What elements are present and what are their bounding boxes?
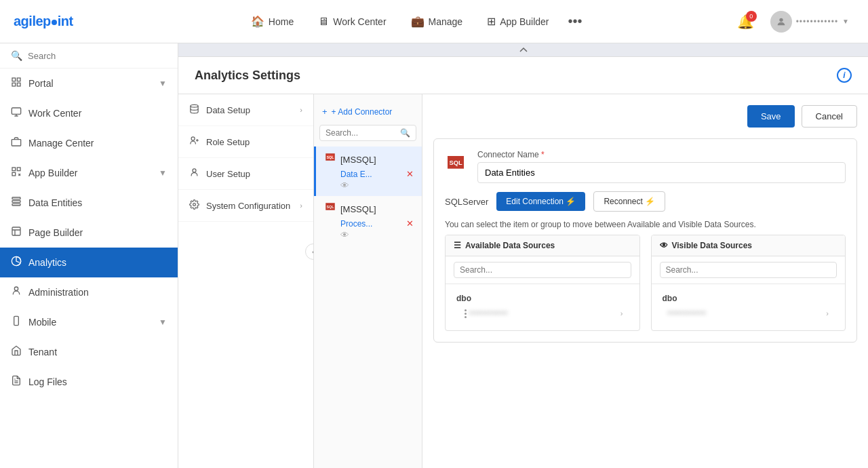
cancel-button[interactable]: Cancel: [802, 105, 857, 128]
available-ds-search-container: [446, 256, 639, 284]
sidebar: 🔍 Portal ▼ Work Center Manage Center: [0, 43, 178, 468]
available-ds-header: ☰ Available Data Sources: [446, 235, 639, 256]
log-files-icon: [11, 375, 22, 389]
home-icon: 🏠: [251, 15, 264, 28]
svg-point-21: [191, 137, 195, 140]
setup-panel: Data Setup › Role Setup User Setup: [178, 94, 314, 468]
visible-ds-search-input[interactable]: [660, 262, 837, 278]
nav-home[interactable]: 🏠 Home: [240, 9, 304, 33]
sidebar-item-data-entities[interactable]: Data Entities: [0, 188, 178, 218]
mobile-chevron-icon: ▼: [159, 317, 167, 327]
mssql-icon-2: SQL: [324, 201, 336, 217]
svg-rect-6: [12, 140, 20, 146]
data-sources-row: ☰ Available Data Sources dbo: [445, 235, 846, 331]
sidebar-item-portal[interactable]: Portal ▼: [0, 69, 178, 98]
user-name-label: ••••••••••••: [796, 17, 838, 26]
search-icon: 🔍: [11, 50, 22, 61]
svg-rect-3: [12, 83, 16, 86]
panel-collapse-button[interactable]: ‹: [305, 243, 314, 260]
svg-rect-1: [12, 78, 16, 81]
info-text: You can select the item or group to move…: [445, 220, 846, 229]
sidebar-item-log-files[interactable]: Log Files: [0, 367, 178, 397]
edit-connection-label: Edit Connection ⚡: [506, 197, 576, 206]
nav-manage[interactable]: 💼 Manage: [400, 9, 474, 33]
connector-delete-1[interactable]: ✕: [406, 169, 414, 179]
edit-connection-button[interactable]: Edit Connection ⚡: [496, 192, 585, 211]
info-button[interactable]: i: [837, 68, 852, 83]
portal-icon: [11, 77, 22, 90]
visible-ds-header: 👁 Visible Data Sources: [652, 235, 846, 256]
add-connector-label: + Add Connector: [332, 107, 393, 117]
nav-work-center[interactable]: 🖥 Work Center: [307, 10, 397, 33]
available-data-sources-panel: ☰ Available Data Sources dbo: [445, 235, 640, 331]
svg-rect-11: [12, 201, 20, 203]
sidebar-item-administration[interactable]: Administration: [0, 277, 178, 307]
sidebar-item-tenant[interactable]: Tenant: [0, 337, 178, 367]
svg-point-23: [193, 203, 196, 206]
connector-delete-2[interactable]: ✕: [406, 218, 414, 229]
visible-ds-group: dbo ••••••••••• ›: [657, 290, 840, 325]
sidebar-administration-label: Administration: [28, 287, 89, 298]
nav-app-builder[interactable]: ⊞ App Builder: [476, 9, 559, 33]
connector-search-icon: 🔍: [400, 128, 410, 138]
connector-eye-1[interactable]: 👁: [340, 180, 414, 191]
nav-more-button[interactable]: •••: [563, 11, 588, 32]
sidebar-item-app-builder[interactable]: App Builder ▼: [0, 158, 178, 188]
sidebar-item-page-builder[interactable]: Page Builder: [0, 218, 178, 248]
svg-rect-9: [12, 172, 16, 176]
add-connector-button[interactable]: + + Add Connector: [314, 101, 422, 122]
connector-name-input[interactable]: [477, 162, 846, 183]
connector-form-box: SQL Connector Name * SQLServer: [433, 138, 857, 343]
sidebar-item-manage-center[interactable]: Manage Center: [0, 128, 178, 158]
connector-sub-2: Proces...: [340, 219, 372, 229]
nav-home-label: Home: [269, 16, 294, 27]
menu-icon: ☰: [454, 241, 461, 250]
collapse-bar[interactable]: [178, 43, 868, 57]
manage-center-icon: [11, 136, 22, 150]
sidebar-item-analytics[interactable]: Analytics: [0, 248, 178, 277]
sidebar-item-work-center[interactable]: Work Center: [0, 98, 178, 128]
svg-text:SQL: SQL: [327, 155, 335, 159]
available-ds-search-input[interactable]: [454, 262, 631, 278]
reconnect-label: Reconnect ⚡: [604, 197, 655, 206]
svg-rect-10: [12, 197, 20, 199]
svg-text:SQL: SQL: [449, 159, 462, 166]
connector-type-1: [MSSQL]: [340, 155, 376, 165]
sidebar-search-input[interactable]: [28, 51, 167, 61]
visible-item-text: •••••••••••: [668, 309, 707, 318]
setup-system-config-label: System Configuration: [206, 201, 290, 211]
bell-button[interactable]: 🔔 0: [734, 11, 757, 33]
drag-dots-icon: [465, 309, 467, 318]
db-type-label: SQLServer: [445, 197, 488, 207]
user-setup-icon: [189, 168, 199, 180]
visible-ds-item[interactable]: ••••••••••• ›: [663, 306, 835, 321]
sidebar-item-mobile[interactable]: Mobile ▼: [0, 307, 178, 337]
connector-search-input[interactable]: [326, 128, 397, 138]
connector-item-2[interactable]: SQL [MSSQL] Proces... ✕ 👁: [314, 196, 422, 246]
setup-role-setup[interactable]: Role Setup: [178, 126, 313, 158]
manage-icon: 💼: [411, 15, 425, 28]
mssql-icon-1: SQL: [324, 152, 336, 168]
setup-data-setup[interactable]: Data Setup ›: [178, 94, 313, 126]
available-ds-item[interactable]: ••••••••••• ›: [456, 306, 629, 321]
bell-badge: 0: [746, 11, 757, 22]
nav-app-builder-label: App Builder: [500, 16, 549, 27]
sidebar-work-center-label: Work Center: [28, 108, 81, 119]
setup-system-config[interactable]: System Configuration ›: [178, 190, 313, 222]
connector-item-1[interactable]: SQL [MSSQL] Data E... ✕ 👁: [314, 147, 422, 196]
connector-name-field-group: Connector Name *: [477, 150, 846, 183]
system-config-icon: [189, 199, 199, 212]
reconnect-button[interactable]: Reconnect ⚡: [593, 191, 665, 212]
save-button[interactable]: Save: [747, 105, 795, 128]
user-menu-button[interactable]: •••••••••••• ▼: [765, 8, 854, 35]
content-area: Analytics Settings i Data Setup › Ro: [178, 43, 868, 468]
sidebar-portal-label: Portal: [28, 78, 54, 89]
connector-eye-2[interactable]: 👁: [340, 230, 414, 240]
nav-items: 🏠 Home 🖥 Work Center 💼 Manage ⊞ App Buil…: [94, 9, 734, 33]
system-config-arrow-icon: ›: [300, 201, 302, 210]
role-setup-icon: [189, 136, 199, 148]
sidebar-search-container: 🔍: [0, 43, 178, 69]
setup-user-setup[interactable]: User Setup: [178, 158, 313, 190]
svg-rect-12: [12, 203, 20, 206]
logo: agilepint: [14, 14, 73, 29]
